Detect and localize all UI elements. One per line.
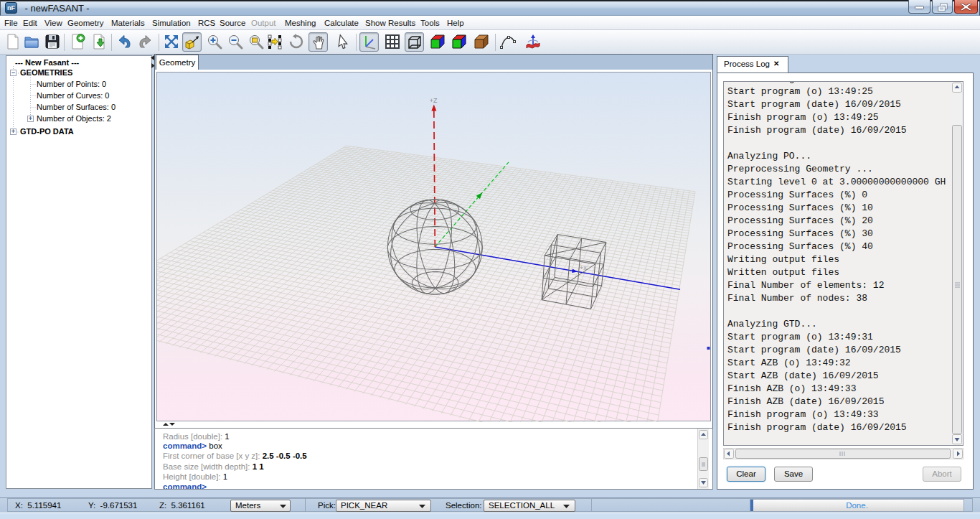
svg-text:+Z: +Z: [430, 97, 438, 104]
